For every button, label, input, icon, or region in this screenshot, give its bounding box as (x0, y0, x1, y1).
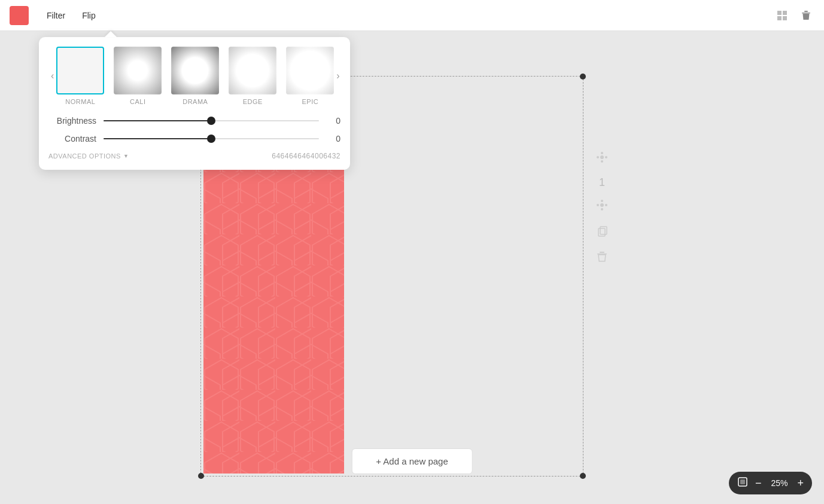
move-down-icon[interactable] (595, 198, 609, 215)
zoom-level: 25% (768, 478, 790, 488)
side-panel: 1 (595, 151, 609, 266)
grid-icon-button[interactable] (774, 7, 790, 24)
page-number: 1 (599, 176, 605, 189)
brightness-track[interactable] (104, 120, 319, 121)
brightness-label: Brightness (48, 116, 96, 126)
svg-rect-5 (802, 13, 810, 14)
filter-button[interactable]: Filter (38, 7, 74, 24)
advanced-options-row: ADVANCED OPTIONS ▼ 6464646464006432 (48, 152, 340, 160)
brightness-fill (104, 120, 211, 121)
svg-point-20 (601, 208, 603, 210)
filter-label-drama: DRAMA (183, 98, 208, 105)
svg-point-14 (597, 156, 599, 158)
handle-bottom-right[interactable] (580, 473, 586, 479)
zoom-controls: − 25% + (729, 472, 812, 494)
filter-thumb-normal (56, 47, 104, 94)
filter-thumb-epic (286, 47, 334, 94)
filter-item-cali[interactable]: CALI (114, 47, 162, 105)
filter-item-edge[interactable]: EDGE (229, 47, 276, 105)
svg-point-16 (600, 203, 604, 207)
brightness-thumb[interactable] (207, 117, 215, 125)
svg-point-11 (600, 155, 604, 159)
contrast-fill (104, 138, 211, 139)
svg-rect-1 (783, 11, 787, 15)
filter-thumbnails: ‹ NORMAL CALI DRAMA EDGE EPIC › (48, 47, 340, 105)
fullscreen-button[interactable] (737, 476, 748, 490)
filter-thumb-drama (171, 47, 219, 94)
delete-button[interactable] (798, 7, 814, 24)
brightness-row: Brightness 0 (48, 116, 340, 126)
handle-bottom-left[interactable] (198, 473, 204, 479)
advanced-options-button[interactable]: ADVANCED OPTIONS ▼ (48, 152, 129, 160)
trash-icon (800, 10, 812, 22)
zoom-in-button[interactable]: + (797, 478, 804, 488)
move-up-icon[interactable] (595, 151, 609, 167)
svg-point-15 (601, 160, 603, 163)
filter-label-epic: EPIC (302, 98, 318, 105)
flip-button[interactable]: Flip (74, 7, 104, 24)
filter-item-epic[interactable]: EPIC (286, 47, 334, 105)
copy-icon[interactable] (595, 224, 609, 240)
contrast-track[interactable] (104, 138, 319, 139)
brightness-value: 0 (326, 116, 340, 126)
svg-rect-4 (804, 11, 808, 12)
filter-item-normal[interactable]: NORMAL (56, 47, 104, 105)
add-page-button[interactable]: + Add a new page (351, 448, 473, 474)
filter-items: NORMAL CALI DRAMA EDGE EPIC (56, 47, 334, 105)
svg-rect-0 (777, 11, 782, 15)
filter-label-normal: NORMAL (65, 98, 95, 105)
svg-point-19 (597, 204, 599, 206)
svg-point-12 (601, 152, 603, 154)
svg-rect-21 (598, 228, 605, 236)
handle-top-right[interactable] (580, 74, 586, 80)
contrast-thumb[interactable] (207, 135, 215, 143)
grid-icon (776, 10, 788, 22)
svg-rect-26 (740, 479, 745, 484)
contrast-value: 0 (326, 134, 340, 143)
filter-label-edge: EDGE (243, 98, 263, 105)
filter-item-drama[interactable]: DRAMA (171, 47, 219, 105)
app-logo (10, 6, 29, 25)
svg-rect-22 (600, 227, 607, 234)
popup-arrow (105, 31, 117, 37)
filter-thumb-edge (229, 47, 276, 94)
svg-rect-3 (783, 16, 787, 20)
advanced-options-arrow: ▼ (123, 153, 129, 159)
filter-next-button[interactable]: › (334, 71, 342, 81)
svg-point-17 (601, 200, 603, 202)
filter-thumb-cali (114, 47, 162, 94)
contrast-label: Contrast (48, 134, 96, 143)
zoom-out-button[interactable]: − (755, 478, 762, 488)
svg-rect-2 (777, 16, 782, 20)
contrast-row: Contrast 0 (48, 134, 340, 143)
filter-popup: ‹ NORMAL CALI DRAMA EDGE EPIC › (39, 37, 350, 170)
filter-prev-button[interactable]: ‹ (48, 71, 56, 81)
filter-code: 6464646464006432 (272, 152, 340, 160)
toolbar: Filter Flip (0, 0, 824, 31)
toolbar-right (774, 7, 814, 24)
svg-point-13 (605, 156, 607, 158)
svg-rect-23 (600, 252, 604, 253)
filter-label-cali: CALI (130, 98, 145, 105)
delete-icon[interactable] (595, 250, 609, 266)
svg-point-18 (605, 204, 607, 206)
